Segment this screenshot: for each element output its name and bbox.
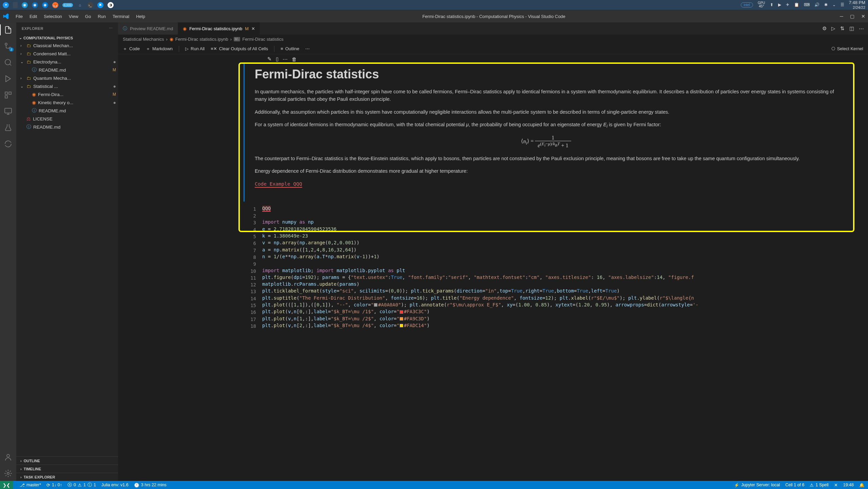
more-icon[interactable]: ⋯	[109, 26, 113, 31]
clear-outputs-button[interactable]: ≡✕Clear Outputs of All Cells	[211, 46, 268, 51]
app-icon[interactable]: ◉	[32, 2, 38, 8]
tree-file[interactable]: ⓘREADME.md	[16, 107, 118, 115]
breadcrumb[interactable]: Statistical Mechanics› ◉Fermi-Dirac stat…	[118, 35, 868, 43]
notebook-body[interactable]: ✎ ▯ ⋯ 🗑 Fermi-Dirac statistics In quantu…	[118, 54, 868, 481]
split-cell-icon[interactable]: ▯	[276, 56, 278, 62]
tree-folder[interactable]: ⌄🗀Statistical ...●	[16, 82, 118, 90]
split-icon[interactable]: ◫	[849, 25, 854, 32]
tree-folder[interactable]: ›🗀Quantum Mecha...	[16, 74, 118, 82]
tree-file[interactable]: ◉Fermi-Dira...M	[16, 90, 118, 98]
scm-icon[interactable]: 2	[4, 42, 12, 50]
run-icon[interactable]	[4, 75, 12, 83]
tab-bar: ⓘ Preview README.md ◉ Fermi-Dirac statis…	[118, 22, 868, 35]
clock[interactable]: 7:48 PM 2/24/22	[849, 0, 865, 9]
tree-file[interactable]: ⓘREADME.md	[16, 123, 118, 131]
wakatime[interactable]: 🕐3 hrs 22 mins	[134, 483, 167, 488]
up-arrow-icon[interactable]: ⬆	[770, 2, 773, 7]
close-icon[interactable]: ✕	[861, 14, 865, 19]
menu-bar: File Edit Selection View Go Run Terminal…	[13, 13, 148, 20]
add-markdown-button[interactable]: ＋Markdown	[146, 46, 173, 52]
tree-folder[interactable]: ›🗀Classical Mechan...	[16, 41, 118, 50]
menu-terminal[interactable]: Terminal	[110, 13, 132, 20]
minimize-icon[interactable]: ─	[840, 14, 843, 19]
edit-icon[interactable]: ✎	[267, 56, 272, 62]
jupyter-server[interactable]: ⚡Jupyter Server: local	[734, 483, 780, 488]
task-explorer-section[interactable]: ›TASK EXPLORER	[16, 473, 118, 481]
clipboard-icon[interactable]: 📋	[794, 2, 799, 7]
markdown-cell[interactable]: Fermi-Dirac statistics In quantum mechan…	[244, 64, 848, 202]
md-error-text: Code Example QQQ	[255, 181, 837, 188]
tree-folder[interactable]: ⌄🗀Electrodyna...●	[16, 58, 118, 66]
tree-folder[interactable]: ›🗀Condensed Matt...	[16, 50, 118, 58]
line-gutter: 123456789101112131415161718	[244, 205, 262, 330]
more-icon[interactable]: ⋯	[859, 25, 864, 32]
remote-icon[interactable]	[4, 107, 12, 115]
run-icon[interactable]: ▷	[831, 25, 835, 32]
menu-run[interactable]: Run	[95, 13, 109, 20]
bell-icon[interactable]: 🔔	[859, 483, 865, 488]
menu-edit[interactable]: Edit	[27, 13, 40, 20]
menu-file[interactable]: File	[13, 13, 25, 20]
keyboard-icon[interactable]: ⌨	[804, 2, 810, 7]
delete-icon[interactable]: 🗑	[292, 56, 297, 62]
app-icon[interactable]: ⌂	[77, 2, 83, 8]
tab-readme[interactable]: ⓘ Preview README.md	[118, 22, 178, 35]
code-cell[interactable]: 123456789101112131415161718 QQQ import n…	[244, 205, 848, 330]
account-icon[interactable]	[4, 453, 12, 461]
outline-section[interactable]: ›OUTLINE	[16, 456, 118, 465]
prettier[interactable]: ✕	[834, 483, 838, 488]
chevron-down-icon[interactable]: ⌄	[832, 2, 836, 7]
code-content[interactable]: QQQ import numpy as np e = 2.71828182845…	[262, 205, 848, 330]
menu-selection[interactable]: Selection	[41, 13, 64, 20]
menu-go[interactable]: Go	[82, 13, 94, 20]
sync-icon[interactable]	[4, 140, 12, 148]
extensions-icon[interactable]	[4, 91, 12, 99]
app-icon[interactable]: ◉	[42, 2, 48, 8]
diff-icon[interactable]: ⇅	[840, 25, 845, 32]
menu-icon[interactable]: ☰	[841, 2, 844, 7]
svg-point-2	[5, 59, 11, 65]
app-icon[interactable]: ✖	[97, 2, 103, 8]
app-icon[interactable]: ◑	[108, 2, 114, 8]
workspace-header[interactable]: ⌄COMPUTATIONAL PHYSICS	[16, 34, 118, 41]
gear-icon[interactable]: ⚙	[822, 25, 827, 32]
add-code-button[interactable]: ＋Code	[123, 46, 140, 52]
play-icon[interactable]: ▶	[778, 2, 781, 7]
outline-button[interactable]: ≡Outline	[281, 46, 299, 51]
run-all-button[interactable]: ▷Run All	[185, 46, 205, 51]
tree-file[interactable]: ⚖LICENSE	[16, 115, 118, 123]
search-icon[interactable]	[4, 58, 12, 67]
menu-view[interactable]: View	[66, 13, 81, 20]
explorer-icon[interactable]	[4, 26, 12, 34]
gear-icon[interactable]	[4, 469, 12, 477]
app-icon[interactable]: ◉	[22, 2, 28, 8]
close-icon[interactable]: ✕	[251, 26, 255, 31]
problems-indicator[interactable]: ⓧ0 ⚠1 ⓘ1	[67, 482, 96, 488]
cell-position[interactable]: Cell 1 of 6	[785, 483, 804, 488]
select-kernel-button[interactable]: ⎔Select Kernel	[831, 46, 863, 51]
more-icon[interactable]: ⋯	[305, 46, 310, 51]
spell-check[interactable]: ⚠1 Spell	[810, 483, 828, 488]
tree-file[interactable]: ◉Kinetic theory o...●	[16, 98, 118, 107]
remote-indicator[interactable]: ❯❮	[0, 481, 13, 489]
svg-point-7	[7, 454, 9, 457]
timeline-section[interactable]: ›TIMELINE	[16, 465, 118, 473]
julia-env[interactable]: Julia env: v1.6	[101, 483, 129, 487]
menu-help[interactable]: Help	[133, 13, 148, 20]
clock-indicator[interactable]: 19:48	[843, 483, 854, 488]
firefox-icon[interactable]: 🦊	[52, 2, 58, 8]
telegram-icon[interactable]: ✈	[786, 2, 789, 7]
test-icon[interactable]	[4, 124, 12, 132]
volume-icon[interactable]: 🔊	[814, 2, 819, 7]
tree-file[interactable]: ⓘREADME.mdM	[16, 66, 118, 74]
sync-indicator[interactable]: ⟳1↓ 0↑	[46, 483, 62, 488]
more-icon[interactable]: ⋯	[283, 56, 288, 62]
kde-icon[interactable]: ✦	[3, 2, 9, 8]
branch-indicator[interactable]: ⎇master*	[20, 483, 41, 488]
svg-rect-6	[5, 108, 12, 113]
bluetooth-icon[interactable]: ✱	[824, 2, 828, 7]
app-icon[interactable]	[13, 2, 18, 8]
app-icon[interactable]: ›_	[87, 2, 93, 8]
maximize-icon[interactable]: ▢	[850, 14, 854, 19]
tab-notebook[interactable]: ◉ Fermi-Dirac statistics.ipynb M ✕	[178, 22, 260, 35]
